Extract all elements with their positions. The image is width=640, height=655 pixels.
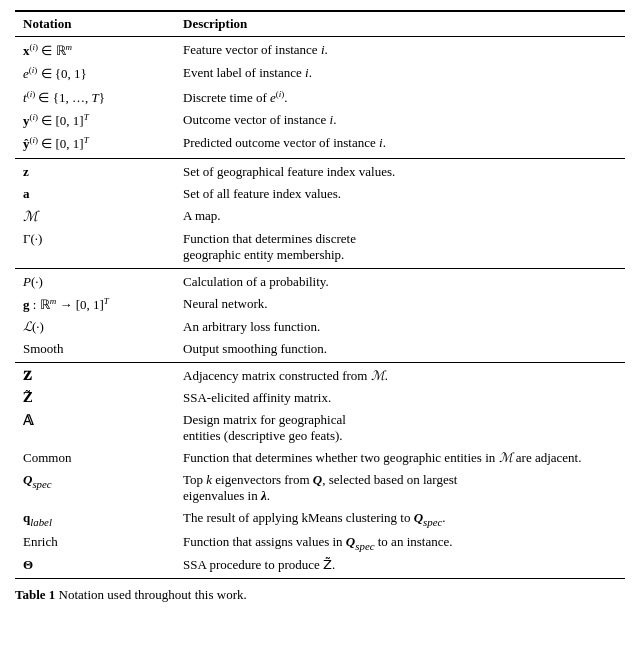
table-row: a Set of all feature index values.: [15, 183, 625, 205]
notation-cell: ŷ(i) ∈ [0, 1]T: [15, 132, 175, 158]
description-cell: Outcome vector of instance i.: [175, 109, 625, 132]
table-row: z Set of geographical feature index valu…: [15, 158, 625, 183]
description-cell: A map.: [175, 205, 625, 228]
description-cell: SSA-elicited affinity matrix.: [175, 387, 625, 409]
description-cell: Event label of instance i.: [175, 62, 625, 85]
notation-cell: Qspec: [15, 469, 175, 507]
table-row: y(i) ∈ [0, 1]T Outcome vector of instanc…: [15, 109, 625, 132]
notation-cell: Common: [15, 447, 175, 469]
description-cell: Function that determines whether two geo…: [175, 447, 625, 469]
notation-cell: g : ℝm → [0, 1]T: [15, 293, 175, 316]
notation-cell: z: [15, 158, 175, 183]
description-cell: Predicted outcome vector of instance i.: [175, 132, 625, 158]
notation-cell: Θ: [15, 554, 175, 579]
table-row: Enrich Function that assigns values in Q…: [15, 531, 625, 555]
description-cell: Function that assigns values in Qspec to…: [175, 531, 625, 555]
notation-cell: e(i) ∈ {0, 1}: [15, 62, 175, 85]
notation-cell: y(i) ∈ [0, 1]T: [15, 109, 175, 132]
table-caption: Table 1 Notation used throughout this wo…: [15, 587, 625, 603]
notation-table: Notation Description x(i) ∈ ℝm Feature v…: [15, 10, 625, 579]
notation-cell: ℳ: [15, 205, 175, 228]
header-description: Description: [175, 11, 625, 37]
table-row: x(i) ∈ ℝm Feature vector of instance i.: [15, 37, 625, 63]
notation-cell: Enrich: [15, 531, 175, 555]
notation-cell: x(i) ∈ ℝm: [15, 37, 175, 63]
notation-cell: qlabel: [15, 507, 175, 531]
table-row: ℒ(·) An arbitrary loss function.: [15, 316, 625, 338]
notation-cell: Smooth: [15, 338, 175, 363]
table-row: t(i) ∈ {1, …, T} Discrete time of e(i).: [15, 86, 625, 109]
description-cell: Output smoothing function.: [175, 338, 625, 363]
notation-cell: ℒ(·): [15, 316, 175, 338]
caption-label: Table 1: [15, 587, 55, 602]
description-cell: Feature vector of instance i.: [175, 37, 625, 63]
table-row: Smooth Output smoothing function.: [15, 338, 625, 363]
description-cell: Adjacency matrix constructed from ℳ.: [175, 362, 625, 387]
table-row: P(·) Calculation of a probability.: [15, 268, 625, 293]
caption-text: Notation used throughout this work.: [59, 587, 247, 602]
description-cell: Top k eigenvectors from Q, selected base…: [175, 469, 625, 507]
description-cell: The result of applying kMeans clustering…: [175, 507, 625, 531]
table-row: qlabel The result of applying kMeans clu…: [15, 507, 625, 531]
table-row: 𝔸 Design matrix for geographicalentities…: [15, 409, 625, 447]
notation-cell: P(·): [15, 268, 175, 293]
description-cell: Discrete time of e(i).: [175, 86, 625, 109]
table-row: Z̃ SSA-elicited affinity matrix.: [15, 387, 625, 409]
description-cell: SSA procedure to produce Z̃.: [175, 554, 625, 579]
table-row: Θ SSA procedure to produce Z̃.: [15, 554, 625, 579]
description-cell: Function that determines discretegeograp…: [175, 228, 625, 269]
table-row: Qspec Top k eigenvectors from Q, selecte…: [15, 469, 625, 507]
description-cell: Design matrix for geographicalentities (…: [175, 409, 625, 447]
table-row: 𝐙 Adjacency matrix constructed from ℳ.: [15, 362, 625, 387]
notation-cell: Z̃: [15, 387, 175, 409]
notation-cell: 𝐙: [15, 362, 175, 387]
description-cell: Set of all feature index values.: [175, 183, 625, 205]
table-row: Γ(·) Function that determines discretege…: [15, 228, 625, 269]
description-cell: Neural network.: [175, 293, 625, 316]
description-cell: Calculation of a probability.: [175, 268, 625, 293]
table-row: ŷ(i) ∈ [0, 1]T Predicted outcome vector …: [15, 132, 625, 158]
notation-cell: 𝔸: [15, 409, 175, 447]
notation-cell: a: [15, 183, 175, 205]
description-cell: Set of geographical feature index values…: [175, 158, 625, 183]
notation-cell: t(i) ∈ {1, …, T}: [15, 86, 175, 109]
table-row: e(i) ∈ {0, 1} Event label of instance i.: [15, 62, 625, 85]
notation-cell: Γ(·): [15, 228, 175, 269]
table-row: g : ℝm → [0, 1]T Neural network.: [15, 293, 625, 316]
header-notation: Notation: [15, 11, 175, 37]
table-row: ℳ A map.: [15, 205, 625, 228]
description-cell: An arbitrary loss function.: [175, 316, 625, 338]
table-row: Common Function that determines whether …: [15, 447, 625, 469]
